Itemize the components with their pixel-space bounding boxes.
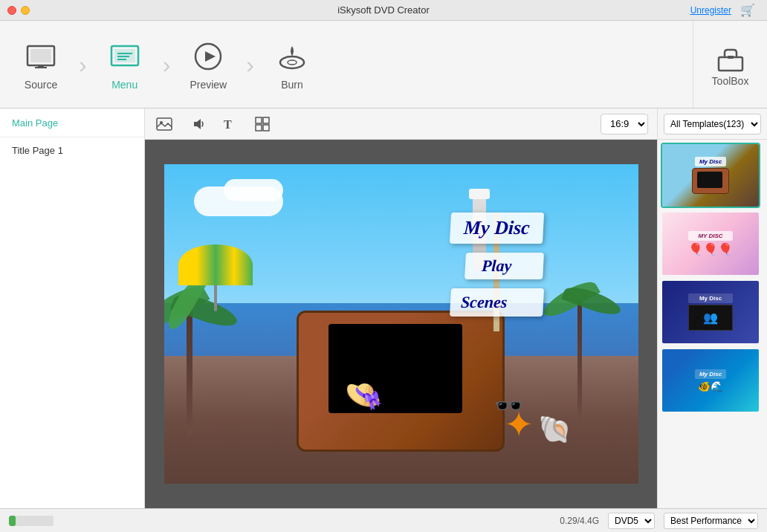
template-thumb-2[interactable]: MY DISC 🎈🎈🎈 — [661, 211, 760, 276]
cloud-2 — [224, 179, 283, 201]
templates-header: All Templates(123) — [658, 108, 767, 140]
preview-label: Preview — [190, 79, 227, 91]
svg-rect-3 — [38, 65, 44, 68]
canvas-wrap: My Disc Play Scenes ✦ 🐚 👒 🕶️ — [145, 140, 657, 508]
progress-fill — [9, 516, 16, 526]
toolbox-icon — [714, 42, 747, 75]
burn-tab[interactable]: Burn — [251, 21, 333, 108]
burn-label: Burn — [281, 79, 303, 91]
progress-bar — [9, 516, 54, 526]
source-icon — [23, 39, 59, 74]
toolbox-label: ToolBox — [712, 75, 749, 87]
unregister-link[interactable]: Unregister — [690, 5, 731, 16]
source-tab[interactable]: Source — [0, 21, 82, 108]
sign-post: My Disc Play Scenes — [450, 213, 543, 317]
menu-tab[interactable]: Menu — [84, 21, 166, 108]
aspect-ratio-select[interactable]: 16:9 4:3 — [601, 114, 648, 134]
svg-rect-13 — [719, 57, 742, 71]
suitcase — [297, 311, 505, 452]
play-sign: Play — [465, 253, 544, 279]
svg-point-12 — [288, 60, 297, 65]
sunglasses: 🕶️ — [494, 392, 524, 420]
preview-tools: T — [154, 114, 273, 134]
svg-rect-20 — [256, 125, 262, 131]
source-label: Source — [25, 79, 57, 91]
template-preview-2: MY DISC 🎈🎈🎈 — [662, 213, 759, 275]
close-button[interactable] — [7, 6, 16, 15]
svg-rect-1 — [30, 49, 51, 62]
svg-text:T: T — [224, 118, 232, 131]
sidebar: Main Page Title Page 1 — [0, 108, 145, 508]
menu-icon — [107, 39, 143, 74]
my-disc-sign: My Disc — [450, 213, 544, 244]
menu-label: Menu — [111, 79, 137, 91]
template-thumb-3[interactable]: My Disc 👥 — [661, 279, 760, 345]
templates-panel: All Templates(123) My Disc — [657, 108, 767, 508]
title-bar-right: Unregister 🛒 — [690, 3, 755, 17]
main-area: Main Page Title Page 1 — [0, 108, 767, 508]
performance-select[interactable]: Best Performance Normal High Quality — [664, 513, 758, 529]
template-preview-1: My Disc — [662, 144, 759, 207]
palm-right — [555, 271, 615, 420]
template-preview-3: My Disc 👥 — [662, 281, 759, 343]
svg-rect-14 — [728, 56, 734, 59]
scenes-sign: Scenes — [450, 288, 544, 317]
template-thumb-1[interactable]: My Disc — [661, 143, 760, 208]
hat: 👒 — [344, 377, 383, 413]
title-page-item[interactable]: Title Page 1 — [0, 137, 144, 163]
svg-rect-19 — [263, 117, 269, 123]
template-thumb-4[interactable]: My Disc 🐠🌊 — [661, 348, 760, 413]
templates-list: My Disc MY DISC 🎈🎈🎈 — [658, 140, 767, 508]
shell: 🐚 — [538, 414, 572, 445]
toolbar: Source › Menu › Preview › — [0, 21, 767, 108]
preview-top-bar: T 16:9 4:3 — [145, 108, 657, 140]
size-label: 0.29/4.4G — [560, 516, 599, 526]
status-bar: 0.29/4.4G DVD5 DVD9 Best Performance Nor… — [0, 508, 767, 532]
template-preview-4: My Disc 🐠🌊 — [662, 349, 759, 412]
sidebar-header: Main Page — [0, 108, 144, 137]
minimize-button[interactable] — [21, 6, 30, 15]
title-page-label: Title Page 1 — [12, 145, 63, 156]
audio-tool-button[interactable] — [187, 114, 207, 134]
dvd-type-select[interactable]: DVD5 DVD9 — [608, 513, 655, 529]
svg-marker-10 — [205, 51, 216, 62]
app-title: iSkysoft DVD Creator — [337, 4, 430, 16]
umbrella — [178, 244, 253, 311]
main-page-link[interactable]: Main Page — [12, 117, 58, 129]
dvd-preview-canvas[interactable]: My Disc Play Scenes ✦ 🐚 👒 🕶️ — [164, 164, 638, 484]
text-tool-button[interactable]: T — [219, 114, 240, 134]
window-controls — [7, 6, 30, 15]
templates-filter-select[interactable]: All Templates(123) — [664, 114, 761, 134]
burn-icon — [274, 39, 310, 74]
title-bar: iSkysoft DVD Creator Unregister 🛒 — [0, 0, 767, 21]
preview-area: T 16:9 4:3 — [145, 108, 657, 508]
svg-point-11 — [280, 56, 304, 68]
toolbox-tab[interactable]: ToolBox — [693, 21, 767, 108]
svg-rect-21 — [263, 125, 269, 131]
cart-icon[interactable]: 🛒 — [740, 3, 755, 17]
image-tool-button[interactable] — [154, 114, 175, 134]
svg-rect-18 — [256, 117, 262, 123]
preview-icon — [190, 39, 226, 74]
preview-tab[interactable]: Preview — [167, 21, 249, 108]
grid-tool-button[interactable] — [252, 114, 273, 134]
